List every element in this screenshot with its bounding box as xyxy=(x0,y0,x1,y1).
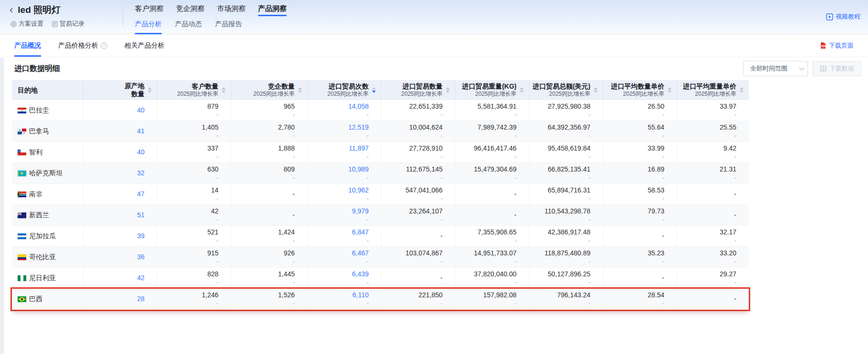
cell-value[interactable]: 10,989 xyxy=(348,165,369,174)
cell-value[interactable]: 6,467 xyxy=(352,249,369,258)
sub-tabs: 产品分析产品动态产品报告 xyxy=(135,20,242,29)
cell-import-trade-weight: - xyxy=(455,205,529,225)
cell-value: 1,526 xyxy=(278,291,295,300)
origin-count-link[interactable]: 40 xyxy=(137,148,145,157)
main-tab-product-insight[interactable]: 产品洞察 xyxy=(258,4,287,16)
origin-count-link[interactable]: 51 xyxy=(137,211,145,220)
cell-import-trade-weight: - xyxy=(455,184,529,204)
cell-import-trade-qty: 23,264,107- xyxy=(382,205,455,225)
download-data-button[interactable]: 下载数据 xyxy=(813,61,861,76)
column-header-import-trade-weight[interactable]: 进口贸易重量(KG)2025同比增长率 xyxy=(455,80,529,100)
cell-customer-count: 630- xyxy=(157,163,231,183)
column-label: 客户数量 xyxy=(192,82,218,91)
cell-growth: - xyxy=(367,300,369,307)
cell-growth: - xyxy=(662,111,664,119)
cell-value[interactable]: 6,439 xyxy=(352,270,369,279)
cell-value: 7,989,742.39 xyxy=(477,123,517,132)
sort-desc-icon xyxy=(148,91,152,93)
origin-count-link[interactable]: 28 xyxy=(137,294,145,303)
cell-growth: - xyxy=(441,300,443,307)
main-tab-market-insight[interactable]: 市场洞察 xyxy=(217,4,246,16)
column-header-customer-count[interactable]: 客户数量2025同比增长率 xyxy=(157,80,231,100)
cell-value: 16.89 xyxy=(648,165,664,174)
table-row-brazil: 巴西281,246-1,526-6,110-221,850-157,982.08… xyxy=(12,289,749,310)
origin-count-link[interactable]: 41 xyxy=(137,127,145,136)
sort-asc-icon xyxy=(594,87,598,90)
cell-value: 50,127,896.25 xyxy=(548,270,590,279)
cell-value[interactable]: 6,110 xyxy=(352,291,369,300)
cell-growth: - xyxy=(662,258,664,265)
cell-growth: - xyxy=(217,279,218,286)
sort-carets-icon[interactable] xyxy=(298,87,302,93)
back-icon[interactable]: ‹ xyxy=(10,4,13,16)
cell-growth: - xyxy=(217,237,218,244)
sort-asc-icon xyxy=(668,87,672,90)
cell-growth: - xyxy=(217,216,218,223)
cell-value: 521 xyxy=(207,228,218,237)
sort-carets-icon[interactable] xyxy=(520,87,524,93)
cell-value[interactable]: 12,519 xyxy=(348,123,369,132)
plan-settings-link[interactable]: 方案设置 xyxy=(10,20,43,28)
column-header-competitor-count[interactable]: 竞企数量2025同比增长率 xyxy=(231,80,308,100)
cell-value[interactable]: 11,897 xyxy=(349,144,369,153)
sort-carets-icon[interactable] xyxy=(446,87,450,93)
main-tab-customer-insight[interactable]: 客户洞察 xyxy=(135,4,164,16)
sort-carets-icon[interactable] xyxy=(594,87,598,93)
sub-tab-product-trends[interactable]: 产品动态 xyxy=(175,20,202,29)
column-header-import-trade-amount[interactable]: 进口贸易总额(美元)2025同比增长率 xyxy=(529,80,603,100)
cell-value[interactable]: 9,979 xyxy=(352,207,369,216)
cell-value: 66,825,135.41 xyxy=(548,165,590,174)
cell-value: 58.53 xyxy=(648,186,664,195)
download-page-link[interactable]: PDF 下载页面 xyxy=(820,34,854,57)
origin-count-link[interactable]: 36 xyxy=(137,253,145,262)
cell-value[interactable]: 6,847 xyxy=(352,228,369,237)
nav2-tab-related-product-analysis[interactable]: 相关产品分析 xyxy=(124,34,165,57)
flag-south-africa-icon xyxy=(18,192,26,197)
column-header-origin-count[interactable]: 原产地数量 xyxy=(83,80,157,100)
column-sublabel: 2025同比增长率 xyxy=(695,91,736,98)
cell-value: 27,728,910 xyxy=(409,144,443,153)
cell-customer-count: 42- xyxy=(157,205,231,225)
video-tutorial-link[interactable]: 视频教程 xyxy=(826,12,860,21)
sort-carets-icon[interactable] xyxy=(222,87,226,93)
cell-growth: - xyxy=(734,153,736,161)
origin-count-link[interactable]: 39 xyxy=(137,232,145,241)
time-range-select[interactable]: 全部时间范围 xyxy=(743,61,808,76)
origin-count-link[interactable]: 47 xyxy=(137,190,145,199)
sort-desc-icon xyxy=(222,91,226,93)
info-icon[interactable]: i xyxy=(101,42,107,49)
nav2-tab-product-price-analysis[interactable]: 产品价格分析i xyxy=(58,34,107,57)
cell-value: 28.54 xyxy=(648,291,664,300)
cell-value: 103,074,867 xyxy=(405,249,443,258)
cell-origin-count: 41 xyxy=(83,121,157,142)
sort-carets-icon[interactable] xyxy=(372,87,376,93)
sort-carets-icon[interactable] xyxy=(740,87,744,93)
cell-growth: - xyxy=(217,132,218,140)
flag-kazakhstan-icon xyxy=(18,171,26,176)
cell-import-trade-times: 6,439- xyxy=(308,268,382,288)
nav2-tab-product-overview[interactable]: 产品概况 xyxy=(14,34,41,57)
column-header-import-trade-qty[interactable]: 进口贸易数量2025同比增长率 xyxy=(382,80,455,100)
sort-carets-icon[interactable] xyxy=(668,87,672,93)
trade-records-link[interactable]: 贸易记录 xyxy=(52,20,84,28)
origin-count-link[interactable]: 32 xyxy=(137,169,145,178)
column-header-avg-weight-price[interactable]: 进口平均重量单价2025同比增长率 xyxy=(677,80,749,100)
cell-value[interactable]: 10,962 xyxy=(348,186,369,195)
main-tab-competitor-insight[interactable]: 竞企洞察 xyxy=(176,4,205,16)
origin-count-link[interactable]: 42 xyxy=(137,273,145,283)
cell-growth: - xyxy=(734,258,736,265)
cell-growth: - xyxy=(515,300,517,307)
cell-competitor-count: 1,888- xyxy=(231,142,308,162)
sort-carets-icon[interactable] xyxy=(148,87,152,93)
cell-value: 79.73 xyxy=(648,207,664,216)
flag-colombia-icon xyxy=(18,254,26,260)
column-header-avg-qty-price[interactable]: 进口平均数量单价2025同比增长率 xyxy=(603,80,677,100)
origin-count-link[interactable]: 40 xyxy=(137,106,145,115)
sub-tab-product-report[interactable]: 产品报告 xyxy=(215,20,242,29)
column-header-import-trade-times[interactable]: 进口贸易次数2025同比增长率 xyxy=(308,80,382,100)
cell-value[interactable]: 14,058 xyxy=(348,102,369,111)
cell-growth: - xyxy=(589,195,590,202)
sub-tab-product-analysis[interactable]: 产品分析 xyxy=(135,20,162,29)
cell-avg-weight-price: - xyxy=(677,184,749,204)
section-title: 进口数据明细 xyxy=(14,64,60,74)
